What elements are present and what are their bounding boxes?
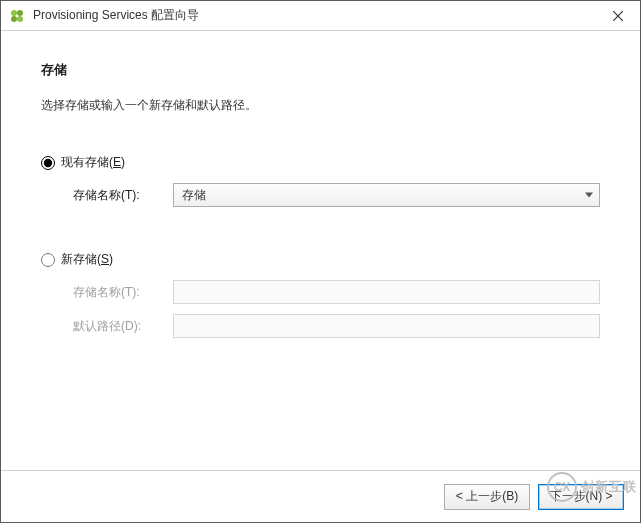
svg-point-2 [11,16,17,22]
new-storage-radio-input[interactable] [41,253,55,267]
svg-point-0 [11,10,17,16]
new-storage-name-row: 存储名称(T): [73,280,600,304]
titlebar: Provisioning Services 配置向导 [1,1,640,31]
new-storage-name-label: 存储名称(T): [73,284,173,301]
svg-point-1 [17,10,23,16]
app-icon [9,8,25,24]
back-button[interactable]: < 上一步(B) [444,484,530,510]
existing-storage-radio[interactable]: 现有存储(E) [41,154,600,171]
existing-storage-radio-input[interactable] [41,156,55,170]
wizard-window: Provisioning Services 配置向导 存储 选择存储或输入一个新… [0,0,641,523]
chevron-down-icon [585,193,593,198]
new-storage-path-input[interactable] [173,314,600,338]
existing-storage-name-row: 存储名称(T): 存储 [73,183,600,207]
next-button[interactable]: 下一步(N) > [538,484,624,510]
window-title: Provisioning Services 配置向导 [33,7,199,24]
page-heading: 存储 [41,61,600,79]
new-storage-radio-label: 新存储(S) [61,251,113,268]
new-storage-path-label: 默认路径(D): [73,318,173,335]
wizard-footer: < 上一步(B) 下一步(N) > [1,470,640,522]
existing-storage-radio-label: 现有存储(E) [61,154,125,171]
new-storage-path-row: 默认路径(D): [73,314,600,338]
existing-storage-name-label: 存储名称(T): [73,187,173,204]
storage-choice-group: 现有存储(E) 存储名称(T): 存储 新存储(S) 存储名称(T): [41,154,600,338]
existing-storage-selected-value: 存储 [182,187,206,204]
existing-storage-select[interactable]: 存储 [173,183,600,207]
new-storage-name-input[interactable] [173,280,600,304]
close-button[interactable] [595,1,640,30]
page-subtitle: 选择存储或输入一个新存储和默认路径。 [41,97,600,114]
svg-point-3 [17,16,23,22]
wizard-content: 存储 选择存储或输入一个新存储和默认路径。 现有存储(E) 存储名称(T): 存… [1,31,640,470]
new-storage-radio[interactable]: 新存储(S) [41,251,600,268]
